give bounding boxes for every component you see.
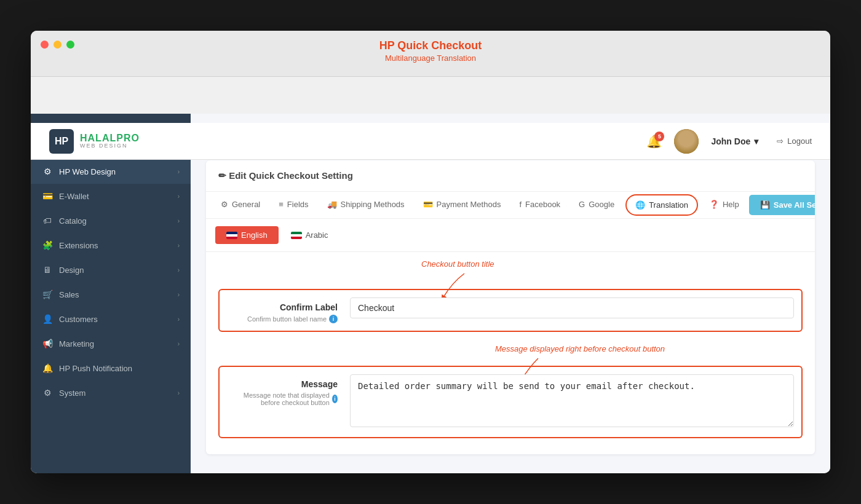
header-right: 🔔 5 John Doe ▾ ⇨ Logout <box>646 129 818 154</box>
tab-google[interactable]: G Google <box>570 192 623 218</box>
catalog-icon: 🏷 <box>42 216 53 226</box>
confirm-sublabel: Confirm button label name i <box>227 315 338 323</box>
user-name: John Doe <box>711 136 750 146</box>
form-content-area: Checkout button title <box>206 252 815 454</box>
title-bar: HP Quick Checkout Multilanguage Translat… <box>31 31 830 77</box>
sidebar-item-marketing[interactable]: 📢 Marketing › <box>31 331 191 356</box>
user-info[interactable]: John Doe ▾ <box>711 136 758 146</box>
customers-icon: 👤 <box>42 314 53 324</box>
notification-badge: 5 <box>654 132 664 141</box>
save-icon: 💾 <box>760 200 770 210</box>
sidebar-item-hp-web-design[interactable]: ⚙ HP Web Design › <box>31 159 191 184</box>
chevron-right-icon: › <box>178 168 180 175</box>
confirm-label-text: Confirm Label <box>227 297 338 312</box>
tab-general-label: General <box>232 200 260 209</box>
sidebar-item-push-notification[interactable]: 🔔 HP Push Notification <box>31 356 191 380</box>
sidebar-label-system: System <box>59 388 85 398</box>
app-header: HP HALALPRO WEB DESIGN 🔔 5 John Doe <box>31 123 830 160</box>
arabic-flag-icon <box>291 232 302 239</box>
design-icon: 🖥 <box>42 265 53 275</box>
sidebar-item-ewallet[interactable]: 💳 E-Wallet › <box>31 184 191 208</box>
confirm-label-row: Confirm Label Confirm button label name … <box>218 289 803 332</box>
annotation-message: Message displayed right before checkout … <box>495 344 665 353</box>
confirm-label-col: Confirm Label Confirm button label name … <box>227 297 350 323</box>
sidebar-label-marketing: Marketing <box>59 339 94 348</box>
lang-tab-arabic[interactable]: Arabic <box>280 226 339 244</box>
fields-icon: ≡ <box>279 200 284 209</box>
sidebar-label-push-notification: HP Push Notification <box>59 364 132 373</box>
confirm-label-input[interactable] <box>350 297 794 318</box>
app-window: HP Quick Checkout Multilanguage Translat… <box>31 31 830 473</box>
tab-shipping-methods[interactable]: 🚚 Shipping Methods <box>319 192 413 218</box>
annotation-checkout-title: Checkout button title <box>421 259 494 269</box>
notification-button[interactable]: 🔔 5 <box>646 134 662 149</box>
save-all-settings-button[interactable]: 💾 Save All Settings <box>749 195 815 215</box>
payment-icon: 💳 <box>423 200 433 209</box>
sidebar-item-sales[interactable]: 🛒 Sales › <box>31 282 191 307</box>
sidebar-label-customers: Customers <box>59 315 98 324</box>
tab-facebook[interactable]: f Facebook <box>510 192 569 218</box>
window-subtitle: Multilanguage Translation <box>385 53 476 63</box>
info-icon-message[interactable]: i <box>332 395 338 403</box>
tab-shipping-label: Shipping Methods <box>341 200 405 209</box>
lang-tab-english[interactable]: English <box>215 226 279 244</box>
sidebar: ≡ NAVIGATION ⊞ Dashboard ⚙ HP Web Design… <box>31 114 191 473</box>
lang-english-label: English <box>241 230 268 240</box>
user-dropdown-icon: ▾ <box>754 136 758 146</box>
sidebar-item-extensions[interactable]: 🧩 Extensions › <box>31 233 191 258</box>
tab-translation[interactable]: 🌐 Translation <box>625 194 698 216</box>
tab-payment-label: Payment Methods <box>437 200 501 209</box>
chevron-right-icon: › <box>178 218 180 224</box>
tab-general[interactable]: ⚙ General <box>212 192 269 218</box>
message-label-col: Message Message note that displayed befo… <box>227 374 350 430</box>
logout-icon: ⇨ <box>777 136 784 146</box>
logout-button[interactable]: ⇨ Logout <box>771 133 818 149</box>
brand-name: HALALPRO <box>80 133 140 144</box>
facebook-icon: f <box>519 200 522 209</box>
tab-fields-label: Fields <box>287 200 309 209</box>
sidebar-label-ewallet: E-Wallet <box>59 192 89 201</box>
info-icon-confirm[interactable]: i <box>329 315 338 323</box>
tab-fields[interactable]: ≡ Fields <box>270 192 317 218</box>
hp-web-design-icon: ⚙ <box>42 167 53 176</box>
tab-google-label: Google <box>589 200 614 209</box>
message-textarea[interactable]: Detailed order summary will be send to y… <box>350 374 794 427</box>
google-icon: G <box>579 200 585 209</box>
sidebar-item-customers[interactable]: 👤 Customers › <box>31 307 191 331</box>
chevron-right-icon: › <box>178 242 180 249</box>
extensions-icon: 🧩 <box>42 240 53 250</box>
help-icon: ❓ <box>709 200 719 209</box>
confirm-input-col <box>350 297 794 323</box>
save-button-label: Save All Settings <box>774 200 815 210</box>
chevron-right-icon: › <box>178 193 180 200</box>
marketing-icon: 📢 <box>42 339 53 348</box>
message-input-col: Detailed order summary will be send to y… <box>350 374 794 430</box>
chevron-right-icon: › <box>178 390 180 396</box>
translation-icon: 🌐 <box>635 200 645 210</box>
tab-help[interactable]: ❓ Help <box>700 192 748 218</box>
chevron-right-icon: › <box>178 267 180 274</box>
tab-payment-methods[interactable]: 💳 Payment Methods <box>415 192 510 218</box>
sidebar-label-hp-web-design: HP Web Design <box>59 167 116 176</box>
tabs-bar: ⚙ General ≡ Fields 🚚 Shipping Methods 💳 … <box>206 192 815 219</box>
maximize-button[interactable] <box>66 41 74 49</box>
english-flag-icon <box>226 232 237 239</box>
message-sublabel: Message note that displayed before check… <box>227 392 338 406</box>
close-button[interactable] <box>41 41 49 49</box>
sidebar-item-system[interactable]: ⚙ System › <box>31 380 191 405</box>
sidebar-item-catalog[interactable]: 🏷 Catalog › <box>31 208 191 233</box>
logout-label: Logout <box>787 136 812 146</box>
push-notification-icon: 🔔 <box>42 363 53 373</box>
card-header-title: ✏ Edit Quick Checkout Setting <box>218 170 353 181</box>
logo-text: HALALPRO WEB DESIGN <box>80 133 140 149</box>
window-body: HP HALALPRO WEB DESIGN 🔔 5 John Doe <box>31 77 830 473</box>
chevron-right-icon: › <box>178 341 180 347</box>
sales-icon: 🛒 <box>42 289 53 299</box>
tab-facebook-label: Facebook <box>525 200 560 209</box>
minimize-button[interactable] <box>54 41 62 49</box>
avatar-image <box>674 129 699 154</box>
tab-help-label: Help <box>723 200 739 209</box>
tab-translation-label: Translation <box>649 200 688 210</box>
sidebar-item-design[interactable]: 🖥 Design › <box>31 258 191 282</box>
message-row: Message Message note that displayed befo… <box>218 366 803 438</box>
